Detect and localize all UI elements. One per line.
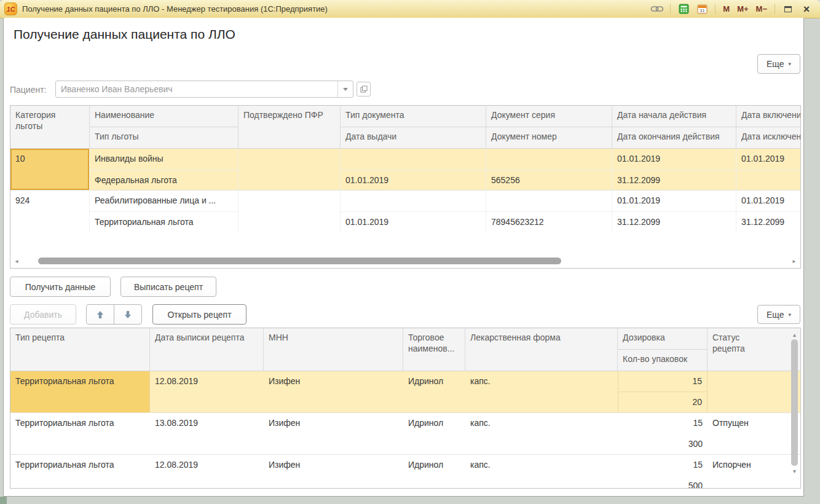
memory-recall-button[interactable]: M bbox=[721, 2, 731, 16]
move-up-button[interactable] bbox=[86, 304, 114, 325]
cell-doc-series[interactable] bbox=[486, 149, 612, 170]
cell-packs[interactable]: 20 bbox=[618, 392, 708, 412]
header-packs[interactable]: Кол-во упаковок bbox=[618, 350, 708, 371]
header-benefit-type[interactable]: Тип льготы bbox=[90, 127, 239, 149]
scroll-down-icon[interactable]: ▾ bbox=[790, 467, 799, 476]
cell-rx-type[interactable]: Территориальная льгота bbox=[10, 413, 150, 454]
cell-incl-date[interactable]: 01.01.2019 bbox=[736, 149, 800, 170]
cell-trade-name[interactable]: Идринол bbox=[403, 371, 465, 412]
patient-field[interactable] bbox=[55, 81, 353, 98]
scroll-up-icon[interactable]: ▴ bbox=[790, 330, 799, 339]
cell-start-date[interactable]: 01.01.2019 bbox=[612, 149, 736, 170]
benefits-row-selected[interactable]: 10 Инвалиды войны 01.01.2019 01.01.2019 … bbox=[10, 149, 800, 190]
cell-mnn[interactable]: Изифен bbox=[264, 455, 403, 489]
calendar-icon[interactable]: 31 bbox=[695, 2, 709, 16]
prescription-row-selected[interactable]: Территориальная льгота 12.08.2019 Изифен… bbox=[10, 371, 800, 412]
link-icon[interactable] bbox=[650, 2, 664, 16]
cell-pfr[interactable] bbox=[239, 149, 341, 190]
header-pfr[interactable]: Подтверждено ПФР bbox=[239, 106, 341, 149]
window-close-button[interactable]: × bbox=[799, 2, 814, 16]
cell-form[interactable]: капс. bbox=[465, 371, 618, 412]
patient-choose-button[interactable] bbox=[357, 82, 371, 96]
header-start-date[interactable]: Дата начала действия bbox=[612, 106, 736, 127]
cell-incl-date[interactable]: 01.01.2019 bbox=[736, 191, 800, 211]
header-name[interactable]: Наименование bbox=[90, 106, 239, 127]
scroll-right-icon[interactable]: ▸ bbox=[790, 256, 798, 266]
cell-excl-date[interactable] bbox=[736, 170, 800, 190]
cell-form[interactable]: капс. bbox=[465, 455, 618, 489]
cell-doc-type[interactable] bbox=[341, 149, 486, 170]
cell-form[interactable]: капс. bbox=[465, 413, 618, 454]
move-down-button[interactable] bbox=[114, 304, 142, 325]
write-prescription-button[interactable]: Выписать рецепт bbox=[120, 277, 216, 297]
cell-dosage[interactable]: 15 bbox=[618, 455, 708, 476]
header-rx-date[interactable]: Дата выписки рецепта bbox=[150, 328, 264, 371]
prescription-row[interactable]: Территориальная льгота 13.08.2019 Изифен… bbox=[10, 412, 800, 454]
cell-rx-type[interactable]: Территориальная льгота bbox=[10, 455, 150, 489]
cell-end-date[interactable]: 31.12.2099 bbox=[612, 170, 736, 190]
cell-category[interactable]: 10 bbox=[10, 149, 90, 190]
window-restore-button[interactable] bbox=[781, 2, 795, 16]
add-button[interactable]: Добавить bbox=[10, 304, 76, 325]
cell-name[interactable]: Инвалиды войны bbox=[90, 149, 239, 170]
header-trade-name[interactable]: Торговое наименов... bbox=[403, 328, 465, 371]
header-issue-date[interactable]: Дата выдачи bbox=[341, 127, 486, 149]
memory-plus-button[interactable]: M+ bbox=[735, 2, 750, 16]
cell-doc-type[interactable] bbox=[341, 191, 486, 211]
cell-doc-series[interactable] bbox=[486, 191, 612, 211]
cell-mnn[interactable]: Изифен bbox=[264, 371, 403, 412]
cell-status[interactable] bbox=[708, 371, 800, 412]
cell-rx-type[interactable]: Территориальная льгота bbox=[10, 371, 150, 412]
cell-rx-date[interactable]: 12.08.2019 bbox=[150, 455, 264, 489]
header-category[interactable]: Категория льготы bbox=[10, 106, 90, 149]
vertical-scrollbar[interactable]: ▴ ▾ bbox=[790, 329, 799, 487]
header-end-date[interactable]: Дата окончания действия bbox=[612, 127, 736, 149]
patient-dropdown-button[interactable] bbox=[337, 81, 353, 97]
cell-rx-date[interactable]: 12.08.2019 bbox=[150, 371, 264, 412]
cell-packs[interactable]: 500 bbox=[618, 476, 708, 489]
header-dosage[interactable]: Дозировка bbox=[618, 328, 708, 350]
cell-dosage[interactable]: 15 bbox=[618, 371, 708, 392]
cell-end-date[interactable]: 31.12.2099 bbox=[612, 211, 736, 232]
cell-packs[interactable]: 300 bbox=[618, 434, 708, 454]
cell-mnn[interactable]: Изифен bbox=[264, 413, 403, 454]
header-doc-series[interactable]: Документ серия bbox=[486, 106, 612, 127]
header-status[interactable]: Статус рецепта bbox=[708, 328, 800, 371]
cell-benefit-type[interactable]: Территориальная льгота bbox=[90, 211, 239, 232]
cell-pfr[interactable] bbox=[239, 191, 341, 232]
header-doc-type[interactable]: Тип документа bbox=[341, 106, 486, 127]
get-data-button[interactable]: Получить данные bbox=[10, 277, 111, 297]
scrollbar-thumb[interactable] bbox=[791, 339, 798, 466]
scrollbar-thumb[interactable] bbox=[38, 258, 561, 264]
header-form[interactable]: Лекарственная форма bbox=[465, 328, 618, 371]
prescription-row[interactable]: Территориальная льгота 12.08.2019 Изифен… bbox=[10, 454, 800, 489]
cell-category[interactable]: 924 bbox=[10, 191, 90, 232]
horizontal-scrollbar[interactable]: ◂ ▸ bbox=[12, 256, 798, 266]
more-button-top[interactable]: Еще ▾ bbox=[757, 54, 800, 74]
cell-issue-date[interactable]: 01.01.2019 bbox=[341, 211, 486, 232]
open-prescription-button[interactable]: Открыть рецепт bbox=[152, 304, 246, 325]
header-rx-type[interactable]: Тип рецепта bbox=[10, 328, 150, 371]
scrollbar-track[interactable] bbox=[21, 256, 790, 266]
more-button-bottom[interactable]: Еще ▾ bbox=[757, 305, 800, 324]
cell-rx-date[interactable]: 13.08.2019 bbox=[150, 413, 264, 454]
header-incl-date[interactable]: Дата включения bbox=[736, 106, 800, 127]
cell-doc-number[interactable]: 565256 bbox=[486, 170, 612, 190]
cell-name[interactable]: Реабилитированные лица и ... bbox=[90, 191, 239, 211]
patient-input[interactable] bbox=[56, 81, 337, 97]
scroll-left-icon[interactable]: ◂ bbox=[12, 256, 21, 266]
cell-trade-name[interactable]: Идринол bbox=[403, 455, 465, 489]
cell-benefit-type[interactable]: Федеральная льгота bbox=[90, 170, 239, 190]
cell-issue-date[interactable]: 01.01.2019 bbox=[341, 170, 486, 190]
cell-excl-date[interactable]: 31.12.2099 bbox=[736, 211, 800, 232]
header-mnn[interactable]: МНН bbox=[264, 328, 403, 371]
cell-trade-name[interactable]: Идринол bbox=[403, 413, 465, 454]
calculator-icon[interactable] bbox=[676, 2, 691, 16]
cell-start-date[interactable]: 01.01.2019 bbox=[612, 191, 736, 211]
header-doc-number[interactable]: Документ номер bbox=[486, 127, 612, 149]
memory-minus-button[interactable]: M− bbox=[754, 2, 769, 16]
cell-status[interactable]: Испорчен bbox=[708, 455, 800, 489]
benefits-row[interactable]: 924 Реабилитированные лица и ... 01.01.2… bbox=[10, 190, 800, 232]
cell-dosage[interactable]: 15 bbox=[618, 413, 708, 434]
header-excl-date[interactable]: Дата исключения bbox=[736, 127, 800, 149]
